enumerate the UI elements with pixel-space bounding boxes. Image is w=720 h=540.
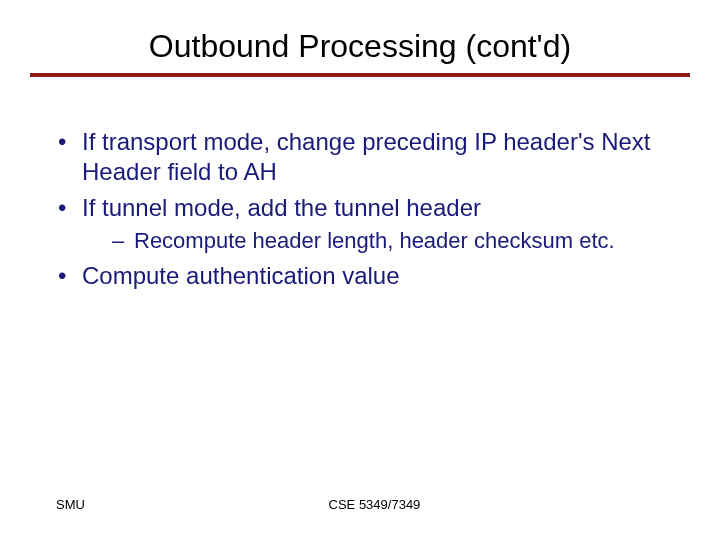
bullet-item: If transport mode, change preceding IP h… xyxy=(56,127,664,187)
bullet-text: If tunnel mode, add the tunnel header xyxy=(82,194,481,221)
bullet-item: Compute authentication value xyxy=(56,261,664,291)
sub-bullet-item: Recompute header length, header checksum… xyxy=(90,227,664,255)
footer-left: SMU xyxy=(56,497,85,512)
slide-footer: SMU CSE 5349/7349 xyxy=(0,497,720,512)
bullet-text: Compute authentication value xyxy=(82,262,400,289)
footer-center: CSE 5349/7349 xyxy=(85,497,664,512)
slide-title: Outbound Processing (cont'd) xyxy=(40,28,680,71)
sub-bullet-text: Recompute header length, header checksum… xyxy=(134,228,615,253)
bullet-text: If transport mode, change preceding IP h… xyxy=(82,128,650,185)
bullet-item: If tunnel mode, add the tunnel header Re… xyxy=(56,193,664,255)
slide-body: If transport mode, change preceding IP h… xyxy=(0,77,720,291)
